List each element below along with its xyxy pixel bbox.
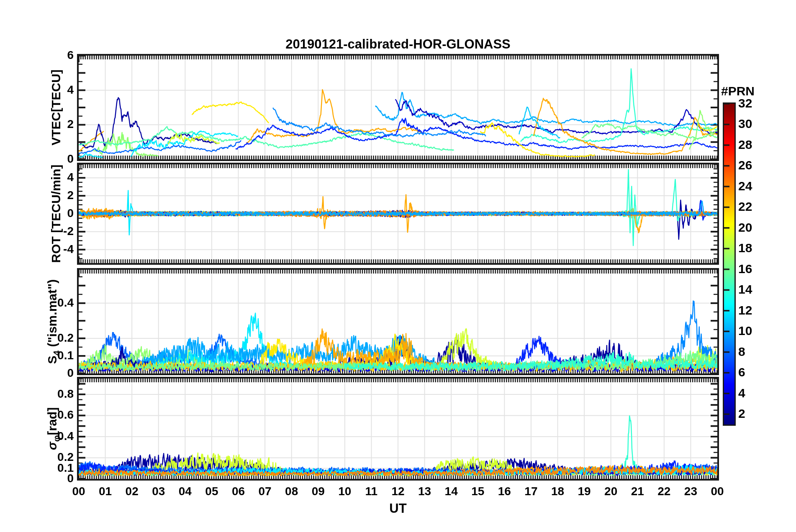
x-tick-label: 20 xyxy=(596,486,626,497)
colorbar-tick-label: 2 xyxy=(738,407,768,420)
x-tick-label: 22 xyxy=(650,486,679,497)
colorbar-tick-label: 26 xyxy=(738,159,768,171)
x-tick-label: 19 xyxy=(570,486,599,497)
colorbar-tick-label: 14 xyxy=(738,283,768,296)
y-tick-label: 0.2 xyxy=(23,332,74,344)
x-tick-label: 12 xyxy=(383,486,413,497)
x-axis-label: UT xyxy=(377,502,419,515)
y-tick-label: 0.2 xyxy=(23,451,74,463)
x-tick-label: 08 xyxy=(277,486,306,497)
x-tick-label: 04 xyxy=(170,486,200,497)
colorbar-tick-label: 24 xyxy=(738,180,768,192)
x-tick-label: 05 xyxy=(197,486,226,497)
y-tick-label: 0.1 xyxy=(23,350,74,361)
x-tick-label: 09 xyxy=(303,486,333,497)
y-tick-label: 0 xyxy=(23,367,74,379)
y-tick-label: 0 xyxy=(23,473,74,484)
y-axis-label-part: σ xyxy=(45,442,59,450)
colorbar-tick-label: 6 xyxy=(738,366,768,379)
y-tick-label: 0.4 xyxy=(23,297,74,309)
y-tick-label: 6 xyxy=(23,49,74,61)
colorbar-tick-label: 8 xyxy=(738,345,768,358)
y-tick-label: 4 xyxy=(23,171,74,183)
colorbar-tick-label: 22 xyxy=(738,200,768,213)
colorbar-tick-label: 28 xyxy=(738,138,768,151)
y-tick-label: -4 xyxy=(23,243,74,255)
x-tick-label: 23 xyxy=(676,486,705,497)
y-tick-label: 0.6 xyxy=(23,409,74,421)
x-tick-label: 02 xyxy=(117,486,146,497)
x-tick-label: 14 xyxy=(437,486,466,497)
x-tick-label: 18 xyxy=(543,486,573,497)
colorbar-tick-label: 16 xyxy=(738,263,768,275)
y-axis-label-part: VTEC[TECU] xyxy=(49,69,63,146)
x-tick-label: 13 xyxy=(410,486,439,497)
chart-canvas xyxy=(0,0,796,532)
y-tick-label: 0 xyxy=(23,153,74,165)
x-tick-label: 15 xyxy=(463,486,493,497)
x-tick-label: 10 xyxy=(330,486,359,497)
figure-title: 20190121-calibrated-HOR-GLONASS xyxy=(189,38,607,51)
x-tick-label: 00 xyxy=(64,486,93,497)
colorbar-tick-label: 12 xyxy=(738,304,768,317)
y-tick-label: 2 xyxy=(23,118,74,130)
colorbar-tick-label: 32 xyxy=(738,97,768,110)
y-tick-label: 0.1 xyxy=(23,462,74,474)
x-tick-label: 07 xyxy=(250,486,280,497)
colorbar-tick-label: 4 xyxy=(738,387,768,399)
colorbar-tick-label: 20 xyxy=(738,221,768,234)
x-tick-label: 01 xyxy=(91,486,120,497)
x-tick-label: 21 xyxy=(623,486,652,497)
y-tick-label: 2 xyxy=(23,189,74,201)
x-tick-label: 00 xyxy=(703,486,732,497)
y-tick-label: 0 xyxy=(23,207,74,219)
glonass-scintillation-figure: 20190121-calibrated-HOR-GLONASS VTEC[TEC… xyxy=(0,0,796,532)
y-tick-label: 4 xyxy=(23,84,74,96)
x-tick-label: 06 xyxy=(224,486,253,497)
y-tick-label: -2 xyxy=(23,225,74,237)
colorbar-tick-label: 18 xyxy=(738,242,768,254)
colorbar-title: #PRN xyxy=(715,85,761,97)
colorbar-tick-label: 10 xyxy=(738,325,768,337)
colorbar-tick-label: 30 xyxy=(738,118,768,130)
y-tick-label: 0.8 xyxy=(23,388,74,400)
y-axis-label-vtec: VTEC[TECU] xyxy=(50,69,62,146)
x-tick-label: 11 xyxy=(357,486,386,497)
x-tick-label: 17 xyxy=(516,486,546,497)
y-tick-label: 0.4 xyxy=(23,430,74,442)
x-tick-label: 03 xyxy=(144,486,173,497)
x-tick-label: 16 xyxy=(490,486,519,497)
